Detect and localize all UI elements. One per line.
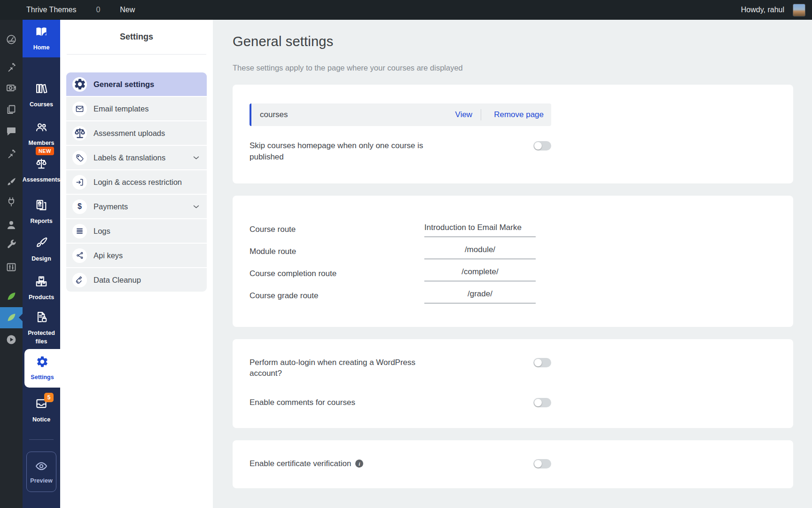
wp-menu-pin-icon[interactable]: [6, 62, 17, 73]
list-icon-circle: [72, 224, 87, 238]
menu-item-labels-translations[interactable]: Labels & translations: [66, 146, 207, 169]
wp-menu-play-icon[interactable]: [6, 334, 17, 345]
protected-file-icon: [35, 310, 48, 324]
wp-admin-bar: Thrive Themes 0 New Howdy, rahul: [0, 0, 812, 20]
gear-icon-circle: [72, 77, 87, 92]
login-icon: [75, 178, 84, 187]
sidebar-item-notice[interactable]: 5Notice: [23, 397, 60, 424]
route-row: Module route: [250, 244, 551, 259]
sidebar-item-reports[interactable]: Reports: [23, 198, 60, 225]
comment-count: 0: [96, 6, 100, 14]
enable-comments-label: Enable comments for courses: [250, 397, 355, 408]
wp-menu-wrench-icon[interactable]: [6, 238, 17, 250]
course-grade-route-input[interactable]: [424, 288, 536, 303]
wp-menu-comments-icon[interactable]: [6, 126, 17, 137]
page-subtitle: These settings apply to the page where y…: [233, 64, 793, 72]
chevron-down-icon: [192, 203, 200, 211]
menu-item-label: Data Cleanup: [94, 276, 141, 285]
skip-homepage-toggle[interactable]: [533, 141, 551, 151]
dollar-icon-circle: $: [72, 199, 87, 214]
scale-icon: [73, 127, 86, 140]
enable-comments-toggle[interactable]: [533, 398, 551, 407]
index-page-card: courses View Remove page Sk: [233, 85, 793, 183]
sidebar-item-products[interactable]: Products: [23, 275, 60, 302]
remove-page-link[interactable]: Remove page: [490, 110, 544, 119]
sidebar-item-label: Reports: [30, 217, 52, 225]
menu-item-label: Assessment uploads: [94, 129, 165, 138]
route-label: Course route: [250, 225, 424, 234]
sidebar-item-home[interactable]: Home: [23, 20, 60, 57]
menu-item-login-access-restriction[interactable]: Login & access restriction: [66, 170, 207, 194]
sidebar-item-protected-files[interactable]: Protectedfiles: [23, 310, 60, 346]
preview-eye-icon: [35, 460, 48, 473]
module-route-input[interactable]: [424, 244, 536, 259]
divider: [481, 109, 481, 120]
wp-menu-brush-icon[interactable]: [6, 176, 17, 188]
account-menu[interactable]: Howdy, rahul: [734, 0, 812, 20]
info-icon[interactable]: i: [355, 460, 363, 468]
api-icon: [76, 251, 84, 260]
sidebar-divider: [29, 439, 54, 440]
view-label: View: [455, 110, 473, 119]
menu-item-payments[interactable]: $Payments: [66, 195, 207, 218]
menu-item-assessment-uploads[interactable]: Assessment uploads: [66, 121, 207, 145]
preview-button[interactable]: Preview: [26, 452, 56, 492]
gear-icon: [73, 78, 86, 91]
thrive-sidebar: HomeCoursesMembersNEWAssessmentsReportsD…: [23, 20, 60, 508]
auto-login-toggle[interactable]: [533, 358, 551, 367]
panel-divider: [67, 54, 206, 55]
wp-menu-leaf-icon[interactable]: [6, 291, 17, 302]
menu-item-logs[interactable]: Logs: [66, 219, 207, 243]
menu-item-general-settings[interactable]: General settings: [66, 72, 207, 96]
sidebar-item-members[interactable]: Members: [23, 120, 60, 147]
course-route-input[interactable]: [424, 222, 536, 237]
tag-icon: [75, 153, 84, 162]
wp-menu-sliders-icon[interactable]: [6, 262, 17, 273]
menu-item-label: Logs: [94, 227, 110, 236]
menu-item-label: General settings: [94, 80, 154, 89]
wp-menu-plugin-icon[interactable]: [6, 196, 17, 207]
sidebar-item-design[interactable]: Design: [23, 236, 60, 263]
menu-item-label: Login & access restriction: [94, 178, 182, 187]
certificate-toggle[interactable]: [533, 459, 551, 468]
preview-label: Preview: [30, 477, 52, 484]
menu-item-label: Api keys: [94, 251, 123, 260]
envelope-icon-circle: [72, 102, 87, 116]
wp-menu-users-icon[interactable]: [6, 219, 17, 230]
menu-item-api-keys[interactable]: Api keys: [66, 244, 207, 267]
wordpress-logo-menu[interactable]: [0, 0, 13, 20]
new-content-menu[interactable]: New: [109, 0, 141, 20]
sidebar-item-label: Notice: [32, 415, 50, 424]
greeting-text: Howdy, rahul: [741, 6, 784, 14]
scale-icon-circle: [72, 126, 87, 141]
wp-menu-pin-icon[interactable]: [6, 148, 17, 159]
route-row: Course completion route: [250, 266, 551, 281]
comments-menu[interactable]: 0: [86, 0, 107, 20]
sidebar-item-courses[interactable]: Courses: [23, 82, 60, 109]
certificate-card: Enable certificate verification i: [233, 440, 793, 488]
sidebar-item-label: Design: [31, 254, 51, 263]
route-row: Course grade route: [250, 288, 551, 303]
broom-icon: [75, 276, 84, 285]
wp-menu-leaf-icon[interactable]: [6, 312, 17, 323]
view-page-link[interactable]: View: [451, 110, 473, 119]
book-leaf-icon: [34, 25, 48, 39]
course-completion-route-input[interactable]: [424, 266, 536, 281]
remove-label: Remove page: [494, 110, 544, 119]
site-link[interactable]: Thrive Themes: [16, 0, 83, 20]
site-name: Thrive Themes: [26, 6, 76, 14]
courses-page-row: courses View Remove page: [250, 103, 551, 126]
new-label: New: [120, 6, 135, 14]
sidebar-item-settings[interactable]: Settings: [24, 349, 60, 388]
menu-item-label: Labels & translations: [94, 153, 165, 162]
sidebar-item-label: Home: [33, 43, 50, 52]
report-icon: [35, 198, 48, 212]
sidebar-item-assessments[interactable]: NEWAssessments: [23, 157, 60, 184]
settings-panel-title: Settings: [60, 32, 213, 42]
wp-menu-dashboard-icon[interactable]: [6, 34, 17, 45]
menu-item-data-cleanup[interactable]: Data Cleanup: [66, 268, 207, 292]
route-label: Course grade route: [250, 291, 424, 301]
wp-menu-pages-icon[interactable]: [6, 104, 17, 115]
wp-menu-media-icon[interactable]: [6, 82, 17, 94]
menu-item-email-templates[interactable]: Email templates: [66, 97, 207, 120]
